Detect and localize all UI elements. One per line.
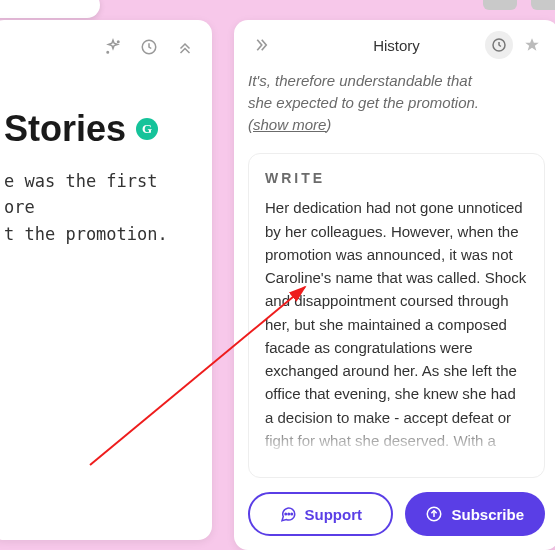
sparkle-icon[interactable] xyxy=(100,34,126,60)
show-more-link[interactable]: show more xyxy=(253,116,326,133)
svg-point-5 xyxy=(288,513,290,515)
write-label: WRITE xyxy=(265,170,528,186)
top-pill xyxy=(0,0,100,18)
chat-icon xyxy=(279,505,297,523)
page-title-row: Stories G xyxy=(4,108,198,150)
star-icon[interactable] xyxy=(519,32,545,58)
paren-close: ) xyxy=(326,116,331,133)
svg-point-6 xyxy=(291,513,293,515)
history-intro: It's, therefore understandable that she … xyxy=(248,70,545,135)
expand-icon[interactable] xyxy=(248,32,274,58)
intro-line2: she expected to get the promotion. xyxy=(248,94,479,111)
write-card: WRITE Her dedication had not gone unnoti… xyxy=(248,153,545,478)
collapse-up-icon[interactable] xyxy=(172,34,198,60)
page-title: Stories xyxy=(4,108,126,150)
support-label: Support xyxy=(305,506,363,523)
write-body: Her dedication had not gone unnoticed by… xyxy=(265,196,528,456)
svg-point-4 xyxy=(285,513,287,515)
subscribe-label: Subscribe xyxy=(451,506,524,523)
right-panel: History It's, therefore understandable t… xyxy=(234,20,555,550)
svg-point-1 xyxy=(107,52,109,54)
grammarly-icon[interactable]: G xyxy=(136,118,158,140)
story-excerpt: e was the first ore t the promotion. xyxy=(4,168,198,247)
history-clock-icon[interactable] xyxy=(485,31,513,59)
intro-line1: It's, therefore understandable that xyxy=(248,72,472,89)
subscribe-button[interactable]: Subscribe xyxy=(405,492,546,536)
upload-icon xyxy=(425,505,443,523)
support-button[interactable]: Support xyxy=(248,492,393,536)
top-gray-controls xyxy=(483,0,555,10)
history-icon[interactable] xyxy=(136,34,162,60)
svg-point-0 xyxy=(118,41,120,43)
action-buttons: Support Subscribe xyxy=(248,492,545,536)
right-header: History xyxy=(248,30,545,60)
left-panel-icons xyxy=(4,30,198,70)
left-panel: Stories G e was the first ore t the prom… xyxy=(0,20,212,540)
